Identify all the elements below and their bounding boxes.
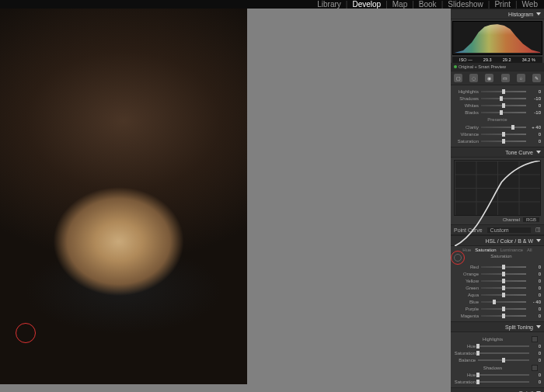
stat-iso: ISO — <box>459 57 473 62</box>
slider-sat-yellow[interactable]: Yellow0 <box>454 277 541 284</box>
module-book[interactable]: Book <box>419 0 437 9</box>
right-panels: Histogram ISO — 29.3 29.2 34.2 % Origina… <box>451 9 544 392</box>
tone-curve-title: Tone Curve <box>505 150 533 155</box>
presence-label: Presence <box>454 117 541 122</box>
slider-sat-red[interactable]: Red0 <box>454 263 541 270</box>
preview-source: Original + Smart Preview <box>451 63 544 71</box>
hsl-tabs: Hue Saturation Luminance All <box>451 246 544 252</box>
st-shadows-swatch[interactable] <box>532 365 538 371</box>
module-web[interactable]: Web <box>522 0 538 9</box>
slider-sat-green[interactable]: Green0 <box>454 284 541 291</box>
slider-sat-blue[interactable]: Blue- 40 <box>454 298 541 305</box>
module-picker: Library| Develop| Map| Book| Slideshow| … <box>0 0 544 9</box>
disclosure-icon <box>536 151 541 154</box>
stat-focal: 29.3 <box>483 57 492 62</box>
slider-st-hue2[interactable]: Hue0 <box>454 371 541 378</box>
module-print[interactable]: Print <box>494 0 511 9</box>
st-highlights-swatch[interactable] <box>532 336 538 342</box>
slider-clarity[interactable]: Clarity+ 40 <box>454 123 541 130</box>
detail-panel-header[interactable]: Detail <box>451 387 544 392</box>
histogram[interactable] <box>452 21 542 55</box>
histogram-panel-header[interactable]: Histogram <box>451 9 544 19</box>
split-toning-header[interactable]: Split Toning <box>451 321 544 332</box>
tone-curve-graph[interactable] <box>454 160 541 216</box>
module-develop[interactable]: Develop <box>352 0 381 9</box>
module-slideshow[interactable]: Slideshow <box>448 0 483 9</box>
basic-panel-body: Highlights0 Shadows-10 Whites0 Blacks-10… <box>451 85 544 147</box>
disclosure-icon <box>536 325 541 328</box>
slider-sat-purple[interactable]: Purple0 <box>454 305 541 312</box>
slider-shadows[interactable]: Shadows-10 <box>454 95 541 102</box>
slider-sat-orange[interactable]: Orange0 <box>454 270 541 277</box>
slider-blacks[interactable]: Blacks-10 <box>454 109 541 116</box>
slider-st-hue1[interactable]: Hue0 <box>454 342 541 349</box>
stat-aperture: 29.2 <box>503 57 511 62</box>
spot-tool-icon[interactable]: ◌ <box>469 74 478 82</box>
annotation-circle-2 <box>451 251 465 265</box>
gradient-tool-icon[interactable]: ▭ <box>501 74 510 82</box>
canvas-background <box>247 9 451 392</box>
crop-tool-icon[interactable]: ▢ <box>454 74 462 82</box>
redeye-tool-icon[interactable]: ◉ <box>485 74 493 82</box>
image-canvas[interactable] <box>0 9 247 392</box>
local-adjustments-toolstrip: ▢ ◌ ◉ ▭ ○ ✎ <box>451 71 544 85</box>
slider-sat-aqua[interactable]: Aqua0 <box>454 291 541 298</box>
disclosure-icon <box>536 12 541 16</box>
radial-tool-icon[interactable]: ○ <box>517 74 525 82</box>
annotation-circle-1 <box>16 323 36 343</box>
slider-saturation[interactable]: Saturation0 <box>454 137 541 144</box>
slider-whites[interactable]: Whites0 <box>454 102 541 109</box>
slider-st-balance[interactable]: Balance0 <box>454 356 541 363</box>
photo-preview <box>0 9 247 384</box>
split-toning-title: Split Toning <box>505 324 533 330</box>
module-library[interactable]: Library <box>317 0 341 9</box>
module-map[interactable]: Map <box>392 0 407 9</box>
histogram-stats: ISO — 29.3 29.2 34.2 % <box>452 57 542 63</box>
slider-sat-magenta[interactable]: Magenta0 <box>454 312 541 319</box>
hsl-section-label: Saturation <box>462 254 541 262</box>
st-shadows-label: Shadows <box>457 366 528 370</box>
st-highlights-label: Highlights <box>457 337 528 342</box>
slider-highlights[interactable]: Highlights0 <box>454 88 541 95</box>
tone-curve-header[interactable]: Tone Curve <box>451 147 544 158</box>
slider-st-sat1[interactable]: Saturation0 <box>454 349 541 356</box>
slider-vibrance[interactable]: Vibrance0 <box>454 130 541 137</box>
targeted-adjustment-tool[interactable] <box>454 254 462 262</box>
brush-tool-icon[interactable]: ✎ <box>532 74 541 82</box>
histogram-title: Histogram <box>508 12 533 17</box>
slider-st-sat2[interactable]: Saturation0 <box>454 378 541 385</box>
stat-shutter: 34.2 % <box>522 57 535 62</box>
